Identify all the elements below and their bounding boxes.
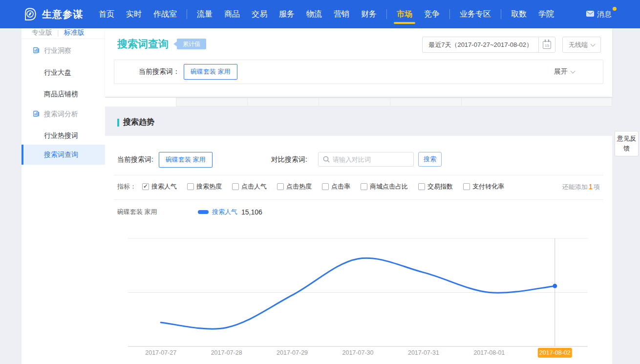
- metric-label: 支付转化率: [472, 182, 504, 191]
- nav-item-home[interactable]: 首页: [93, 0, 120, 28]
- chart-doc-icon: [33, 110, 40, 118]
- tab-segment[interactable]: [247, 98, 319, 107]
- brand-name: 生意参谋: [42, 8, 83, 21]
- feedback-button[interactable]: 意见反馈: [615, 131, 639, 156]
- svg-text:2017-07-27: 2017-07-27: [145, 349, 176, 356]
- tab-segment[interactable]: [461, 98, 612, 107]
- add-hint-prefix: 还能添加: [562, 183, 588, 191]
- metric-checkbox-click-heat[interactable]: 点击热度: [277, 182, 312, 191]
- checkbox-icon: [142, 183, 149, 190]
- svg-text:2017-08-02: 2017-08-02: [539, 349, 571, 356]
- nav-item-academy[interactable]: 学院: [533, 0, 560, 28]
- tab-segment[interactable]: [390, 98, 461, 107]
- expand-link[interactable]: 展开: [554, 60, 575, 84]
- date-range-picker[interactable]: 最近7天（2017-07-27~2017-08-02） 15: [422, 37, 555, 53]
- sidebar-group-search-analysis: 搜索词分析: [21, 109, 105, 119]
- chevron-down-icon: [571, 69, 576, 74]
- checkbox-icon: [463, 183, 470, 190]
- sidebar-item-hot-search-words[interactable]: 行业热搜词: [21, 130, 105, 141]
- nav-item-traffic[interactable]: 流量: [191, 0, 218, 28]
- add-hint-suffix: 项: [594, 183, 600, 191]
- svg-text:2017-07-30: 2017-07-30: [342, 349, 374, 356]
- metric-checkbox-search-heat[interactable]: 搜索热度: [187, 182, 222, 191]
- version-pro[interactable]: 专业版: [32, 28, 52, 37]
- search-button[interactable]: 搜索: [418, 152, 442, 167]
- checkbox-icon: [418, 183, 425, 190]
- section-accent-bar: [117, 119, 119, 127]
- message-label: 消息: [597, 10, 612, 19]
- chart-area: 2017-07-272017-07-282017-07-292017-07-30…: [122, 235, 591, 364]
- sidebar-item-goods-shop-rank[interactable]: 商品店铺榜: [21, 88, 105, 99]
- message-button[interactable]: 消息: [586, 10, 612, 19]
- sidebar-item-industry-board[interactable]: 行业大盘: [21, 67, 105, 78]
- nav-item-data-fetch[interactable]: 取数: [505, 0, 533, 28]
- envelope-icon: [586, 10, 594, 19]
- metric-checkbox-click-rate[interactable]: 点击率: [322, 182, 350, 191]
- expand-label: 展开: [554, 67, 568, 76]
- nav-item-trade[interactable]: 交易: [246, 0, 273, 28]
- brand[interactable]: 生意参谋: [22, 7, 83, 21]
- sidebar-group-label: 搜索词分析: [44, 110, 78, 119]
- nav-item-marketing[interactable]: 营销: [328, 0, 355, 28]
- nav-item-service[interactable]: 服务: [273, 0, 300, 28]
- sidebar-group-industry-insight: 行业洞察: [21, 46, 105, 56]
- tab-segment[interactable]: [319, 98, 390, 107]
- metric-checkbox-mall-click-share[interactable]: 商城点击占比: [361, 182, 408, 191]
- date-and-terminal: 最近7天（2017-07-27~2017-08-02） 15 无线端: [422, 37, 601, 53]
- terminal-select[interactable]: 无线端: [562, 37, 601, 53]
- nav-divider: [187, 9, 187, 19]
- legend-term: 碗碟套装 家用: [117, 208, 198, 216]
- calendar-button[interactable]: 15: [538, 37, 555, 52]
- nav-item-finance[interactable]: 财务: [355, 0, 383, 28]
- chart-doc-icon: [33, 47, 40, 55]
- current-term-button[interactable]: 碗碟套装 家用: [184, 64, 237, 80]
- metric-label: 交易指数: [427, 182, 453, 191]
- trend-current-term-button[interactable]: 碗碟套装 家用: [159, 152, 213, 168]
- nav-item-market-active[interactable]: 市场: [391, 0, 418, 28]
- sidebar-item-search-word-query-active[interactable]: 搜索词查询: [21, 145, 105, 165]
- trend-current-label: 当前搜索词:: [117, 152, 153, 167]
- version-switcher: 专业版 | 标准版: [21, 28, 105, 39]
- nav-item-warroom[interactable]: 作战室: [148, 0, 183, 28]
- checkbox-icon: [187, 183, 194, 190]
- compass-logo-icon: [22, 7, 37, 21]
- notification-dot: [613, 7, 617, 11]
- compare-label: 对比搜索词:: [271, 152, 307, 167]
- metrics-row: 指标： 搜索人气 搜索热度 点击人气 点击热度 点击率 商城点击占比 交易指数 …: [117, 181, 600, 193]
- nav-item-goods[interactable]: 商品: [218, 0, 246, 28]
- checkbox-icon: [361, 183, 367, 190]
- current-term-bar: 当前搜索词： 碗碟套装 家用 展开: [114, 60, 603, 84]
- svg-text:2017-07-28: 2017-07-28: [211, 349, 242, 356]
- svg-text:2017-07-29: 2017-07-29: [277, 349, 308, 356]
- nav-divider: [501, 9, 501, 19]
- terminal-value: 无线端: [569, 41, 588, 49]
- current-term-label: 当前搜索词：: [139, 67, 180, 76]
- nav-item-realtime[interactable]: 实时: [120, 0, 148, 28]
- metric-checkbox-click-popularity[interactable]: 点击人气: [232, 182, 267, 191]
- nav-item-logistics[interactable]: 物流: [300, 0, 328, 28]
- legend-series-name[interactable]: 搜索人气: [212, 208, 237, 216]
- metric-checkbox-trade-index[interactable]: 交易指数: [418, 182, 453, 191]
- metric-label: 点击人气: [241, 182, 267, 191]
- nav-item-competition[interactable]: 竞争: [418, 0, 446, 28]
- calendar-icon: 15: [543, 41, 551, 49]
- chevron-down-icon: [591, 42, 596, 46]
- version-standard[interactable]: 标准版: [64, 28, 85, 37]
- metric-label: 点击热度: [286, 182, 312, 191]
- checkbox-icon: [232, 183, 239, 190]
- metric-label: 点击率: [331, 182, 350, 191]
- nav-item-business-zone[interactable]: 业务专区: [454, 0, 497, 28]
- tab-segment-active[interactable]: [105, 98, 176, 107]
- add-hint-count: 1: [589, 182, 593, 191]
- compare-search-input[interactable]: [333, 156, 413, 163]
- metric-checkbox-pay-conversion[interactable]: 支付转化率: [463, 182, 504, 191]
- metric-label: 搜索人气: [151, 182, 177, 191]
- search-icon: [323, 156, 330, 163]
- metric-checkbox-search-popularity[interactable]: 搜索人气: [142, 182, 177, 191]
- checkbox-icon: [322, 183, 329, 190]
- nav-divider: [449, 9, 450, 19]
- tab-segment[interactable]: [176, 98, 247, 107]
- metric-label: 搜索热度: [196, 182, 222, 191]
- trend-card: 当前搜索词: 碗碟套装 家用 对比搜索词: 搜索 指标： 搜索人气 搜索热度 点…: [105, 136, 612, 364]
- add-hint: 还能添加1项: [562, 182, 600, 192]
